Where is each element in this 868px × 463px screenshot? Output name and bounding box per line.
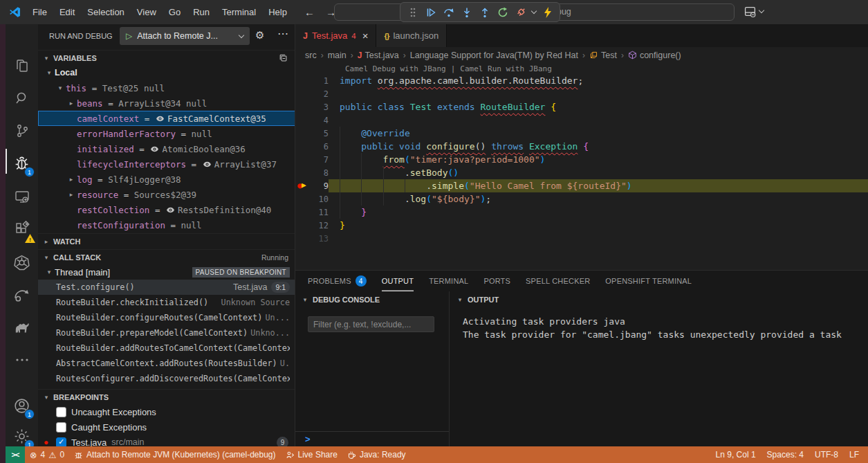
code-line-12[interactable]: 12} bbox=[295, 219, 868, 232]
menu-item-selection[interactable]: Selection bbox=[81, 5, 130, 19]
code-line-11[interactable]: 11 } bbox=[295, 206, 868, 219]
customize-layout-button[interactable] bbox=[744, 6, 764, 17]
code-line-3[interactable]: 3public class Test extends RouteBuilder … bbox=[295, 100, 868, 114]
accounts-icon[interactable]: 1 bbox=[6, 390, 38, 421]
cursor-position[interactable]: Ln 9, Col 1 bbox=[711, 450, 761, 460]
breadcrumb-item[interactable]: configure() bbox=[628, 51, 681, 60]
watch-section-header[interactable]: ▸ WATCH bbox=[38, 233, 295, 248]
step-into-icon[interactable] bbox=[458, 3, 475, 21]
codelens-link[interactable]: Camel Run with JBang bbox=[460, 64, 551, 73]
live-share-status[interactable]: Live Share bbox=[281, 446, 342, 463]
code-line-8[interactable]: 8 .setBody() bbox=[295, 166, 868, 179]
stack-frame[interactable]: RoutesConfigurer.addDiscoveredRoutes(Cam… bbox=[38, 371, 295, 386]
glyph-margin[interactable] bbox=[295, 192, 313, 206]
extensions-icon[interactable]: ! bbox=[6, 213, 38, 245]
run-and-debug-icon[interactable]: 1 bbox=[6, 147, 38, 179]
glyph-margin[interactable] bbox=[295, 140, 313, 153]
breakpoint-paused-glyph[interactable]: ●▶ bbox=[295, 179, 313, 192]
glyph-margin[interactable] bbox=[295, 74, 313, 87]
code-line-7[interactable]: 7 from("timer:java?period=1000") bbox=[295, 153, 868, 166]
source-control-icon[interactable] bbox=[6, 115, 38, 147]
breakpoint-checkbox[interactable] bbox=[56, 407, 66, 417]
explorer-icon[interactable] bbox=[6, 50, 38, 82]
breakpoint-row[interactable]: ●Test.javasrc/main9 bbox=[38, 435, 295, 446]
menu-item-terminal[interactable]: Terminal bbox=[216, 5, 262, 19]
glyph-margin[interactable] bbox=[295, 114, 313, 127]
panel-tab-openshift-terminal[interactable]: OPENSHIFT TERMINAL bbox=[605, 271, 692, 291]
editor-tab-launch.json[interactable]: {}launch.json bbox=[376, 24, 447, 47]
panel-tab-ports[interactable]: PORTS bbox=[483, 271, 510, 291]
remote-explorer-icon[interactable] bbox=[6, 181, 38, 212]
variable-row[interactable]: ▸resource = Sources$2@39 bbox=[38, 187, 295, 202]
stack-frame[interactable]: RouteBuilder.prepareModel(CamelContext)U… bbox=[38, 325, 295, 341]
back-arrow-icon[interactable]: ← bbox=[304, 6, 315, 18]
restart-icon[interactable] bbox=[494, 3, 511, 21]
stack-frame[interactable]: RouteBuilder.addRoutesToCamelContext(Cam… bbox=[38, 341, 295, 356]
variable-row[interactable]: errorHandlerFactory = null bbox=[38, 126, 295, 141]
codelens-link[interactable]: Camel Debug with JBang bbox=[345, 64, 446, 73]
panel-tab-terminal[interactable]: TERMINAL bbox=[429, 271, 468, 291]
glyph-margin[interactable] bbox=[295, 206, 313, 219]
variables-section-header[interactable]: ▾ VARIABLES bbox=[38, 50, 295, 65]
variable-row[interactable]: camelContext = FastCamelContext@35 bbox=[38, 111, 295, 126]
more-views-icon[interactable] bbox=[6, 344, 38, 376]
glyph-margin[interactable] bbox=[295, 219, 313, 232]
glyph-margin[interactable] bbox=[295, 87, 313, 100]
code-line-13[interactable]: 13 bbox=[295, 232, 868, 245]
camel-icon[interactable] bbox=[6, 311, 38, 343]
start-debug-icon[interactable]: ▷ bbox=[126, 31, 132, 41]
code-line-1[interactable]: 1import org.apache.camel.builder.RouteBu… bbox=[295, 74, 868, 87]
variable-row[interactable]: initialized = AtomicBoolean@36 bbox=[38, 141, 295, 156]
call-stack-section-header[interactable]: ▾ CALL STACK Running bbox=[38, 249, 295, 264]
breadcrumb-item[interactable]: Language Support for Java(TM) by Red Hat bbox=[410, 51, 578, 60]
glyph-margin[interactable] bbox=[295, 100, 313, 114]
debug-session-status[interactable]: Attach to Remote JVM (Kubernetes) (camel… bbox=[69, 446, 280, 463]
hot-code-replace-icon[interactable] bbox=[539, 3, 556, 21]
debug-settings-gear-icon[interactable]: ⚙ bbox=[255, 29, 264, 42]
kubernetes-icon[interactable] bbox=[6, 246, 38, 278]
menu-item-edit[interactable]: Edit bbox=[53, 5, 81, 19]
menu-item-run[interactable]: Run bbox=[187, 5, 216, 19]
problems-status[interactable]: ⊗ 4 ⚠ 0 bbox=[25, 446, 69, 463]
output-content[interactable]: Activating task providers javaThe task p… bbox=[450, 308, 868, 341]
debug-more-actions-icon[interactable]: ⋯ bbox=[277, 27, 288, 40]
breakpoints-section-header[interactable]: ▾ BREAKPOINTS bbox=[38, 389, 295, 404]
code-line-2[interactable]: 2 bbox=[295, 87, 868, 100]
panel-tab-spell-checker[interactable]: SPELL CHECKER bbox=[526, 271, 590, 291]
breadcrumb-item[interactable]: src bbox=[305, 51, 317, 60]
breakpoint-checkbox[interactable] bbox=[56, 422, 66, 433]
code-line-6[interactable]: 6 public void configure() throws Excepti… bbox=[295, 140, 868, 153]
breakpoint-checkbox[interactable] bbox=[56, 437, 66, 447]
variable-row[interactable]: ▸beans = ArrayList@34 null bbox=[38, 96, 295, 111]
step-over-icon[interactable] bbox=[440, 3, 457, 21]
glyph-margin[interactable] bbox=[295, 153, 313, 166]
stack-frame[interactable]: Test.configure()Test.java9:1 bbox=[38, 280, 295, 295]
glyph-margin[interactable] bbox=[295, 166, 313, 179]
menu-item-help[interactable]: Help bbox=[262, 5, 293, 19]
editor-tab-test.java[interactable]: JTest.java4× bbox=[295, 24, 376, 47]
variable-row[interactable]: restConfiguration = null bbox=[38, 217, 295, 233]
thread-row[interactable]: ▾Thread [main]PAUSED ON BREAKPOINT bbox=[38, 264, 295, 280]
variable-row[interactable]: ▸log = Slf4jLogger@38 bbox=[38, 172, 295, 187]
breadcrumb-item[interactable]: main bbox=[328, 51, 347, 60]
panel-tab-output[interactable]: OUTPUT bbox=[382, 271, 414, 291]
code-line-10[interactable]: 10 .log("${body}"); bbox=[295, 192, 868, 206]
collapse-all-icon[interactable] bbox=[279, 53, 288, 63]
continue-icon[interactable] bbox=[422, 3, 439, 21]
variable-row[interactable]: lifecycleInterceptors = ArrayList@37 bbox=[38, 156, 295, 172]
eol-setting[interactable]: LF bbox=[844, 450, 864, 460]
disconnect-icon[interactable] bbox=[512, 3, 529, 21]
variable-row[interactable]: ▾Local bbox=[38, 65, 295, 80]
output-header[interactable]: ▾ OUTPUT bbox=[450, 291, 868, 308]
java-status[interactable]: Java: Ready bbox=[342, 446, 411, 463]
variable-row[interactable]: ▾this = Test@25 null bbox=[38, 80, 295, 96]
encoding-setting[interactable]: UTF-8 bbox=[810, 450, 843, 460]
debug-console-filter-input[interactable] bbox=[308, 316, 434, 332]
remote-indicator[interactable]: >< bbox=[6, 446, 25, 463]
stack-frame[interactable]: AbstractCamelContext.addRoutes(RoutesBui… bbox=[38, 356, 295, 371]
glyph-margin[interactable] bbox=[295, 127, 313, 140]
code-line-4[interactable]: 4 bbox=[295, 114, 868, 127]
code-editor[interactable]: Camel Debug with JBang|Camel Run with JB… bbox=[295, 63, 868, 270]
breadcrumb-item[interactable]: Test bbox=[589, 51, 617, 60]
stack-frame[interactable]: RouteBuilder.checkInitialized()Unknown S… bbox=[38, 295, 295, 310]
